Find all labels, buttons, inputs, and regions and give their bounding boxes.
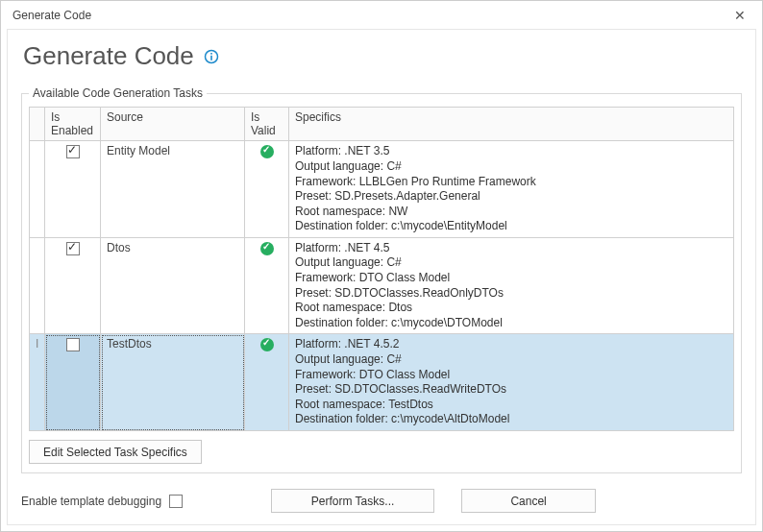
cell-source[interactable]: Entity Model	[101, 141, 245, 238]
cell-is-valid	[245, 141, 289, 238]
specifics-line: Platform: .NET 4.5.2	[295, 337, 727, 352]
titlebar: Generate Code ✕	[1, 1, 762, 29]
svg-rect-2	[210, 53, 212, 55]
col-header-valid[interactable]: Is Valid	[245, 108, 289, 141]
specifics-line: Output language: C#	[295, 255, 727, 271]
cell-specifics: Platform: .NET 4.5.2Output language: C#F…	[289, 334, 734, 431]
col-header-source[interactable]: Source	[101, 108, 245, 141]
is-enabled-checkbox[interactable]	[66, 242, 80, 255]
row-handle	[30, 237, 45, 334]
cell-is-valid	[245, 334, 289, 431]
check-circle-icon	[260, 145, 274, 158]
enable-template-debugging-checkbox[interactable]	[169, 495, 183, 508]
cell-is-enabled[interactable]	[45, 334, 101, 431]
table-row[interactable]: ITestDtosPlatform: .NET 4.5.2Output lang…	[30, 334, 734, 431]
table-row[interactable]: DtosPlatform: .NET 4.5Output language: C…	[30, 237, 734, 334]
cancel-button[interactable]: Cancel	[461, 489, 596, 513]
col-header-enabled[interactable]: Is Enabled	[45, 108, 101, 141]
check-circle-icon	[260, 338, 274, 351]
table-row[interactable]: Entity ModelPlatform: .NET 3.5Output lan…	[30, 141, 734, 238]
specifics-line: Root namespace: TestDtos	[295, 398, 727, 413]
tasks-group-legend: Available Code Generation Tasks	[29, 86, 207, 100]
cell-source[interactable]: Dtos	[101, 237, 245, 334]
window-title: Generate Code	[12, 9, 91, 22]
close-icon[interactable]: ✕	[726, 8, 754, 23]
specifics-line: Output language: C#	[295, 352, 727, 368]
cell-is-enabled[interactable]	[45, 237, 101, 334]
tasks-grid[interactable]: Is Enabled Source Is Valid Specifics Ent…	[29, 107, 734, 431]
cell-is-valid	[245, 237, 289, 334]
specifics-line: Destination folder: c:\mycode\AltDtoMode…	[295, 412, 727, 427]
edit-selected-task-button[interactable]: Edit Selected Task Specifics	[29, 440, 202, 464]
specifics-line: Preset: SD.DTOClasses.ReadWriteDTOs	[295, 382, 727, 398]
specifics-line: Framework: DTO Class Model	[295, 271, 727, 286]
perform-tasks-button[interactable]: Perform Tasks...	[271, 489, 434, 513]
specifics-line: Framework: DTO Class Model	[295, 368, 727, 383]
cell-specifics: Platform: .NET 4.5Output language: C#Fra…	[289, 237, 734, 334]
cell-is-enabled[interactable]	[45, 141, 101, 238]
row-handle: I	[30, 334, 45, 431]
specifics-line: Preset: SD.DTOClasses.ReadOnlyDTOs	[295, 286, 727, 302]
generate-code-dialog: Generate Code ✕ Generate Code Available …	[0, 0, 763, 532]
is-enabled-checkbox[interactable]	[66, 145, 80, 158]
cell-specifics: Platform: .NET 3.5Output language: C#Fra…	[289, 141, 734, 238]
specifics-line: Output language: C#	[295, 159, 727, 175]
svg-rect-1	[210, 56, 212, 60]
specifics-line: Framework: LLBLGen Pro Runtime Framework	[295, 175, 727, 190]
specifics-line: Root namespace: NW	[295, 205, 727, 220]
row-handle	[30, 141, 45, 238]
col-header-specifics[interactable]: Specifics	[289, 108, 734, 141]
page-title: Generate Code	[23, 41, 194, 71]
col-header-handle[interactable]	[30, 108, 45, 141]
is-enabled-checkbox[interactable]	[66, 338, 80, 351]
dialog-content: Generate Code Available Code Generation …	[7, 29, 756, 525]
info-icon[interactable]	[204, 49, 219, 64]
check-circle-icon	[260, 242, 274, 255]
specifics-line: Destination folder: c:\mycode\DTOModel	[295, 316, 727, 331]
specifics-line: Preset: SD.Presets.Adapter.General	[295, 189, 727, 205]
cell-source[interactable]: TestDtos	[101, 334, 245, 431]
tasks-group: Available Code Generation Tasks Is Enabl…	[21, 86, 742, 473]
enable-template-debugging-label: Enable template debugging	[21, 495, 161, 508]
specifics-line: Destination folder: c:\mycode\EntityMode…	[295, 219, 727, 234]
specifics-line: Platform: .NET 4.5	[295, 241, 727, 256]
specifics-line: Root namespace: Dtos	[295, 301, 727, 316]
specifics-line: Platform: .NET 3.5	[295, 144, 727, 159]
